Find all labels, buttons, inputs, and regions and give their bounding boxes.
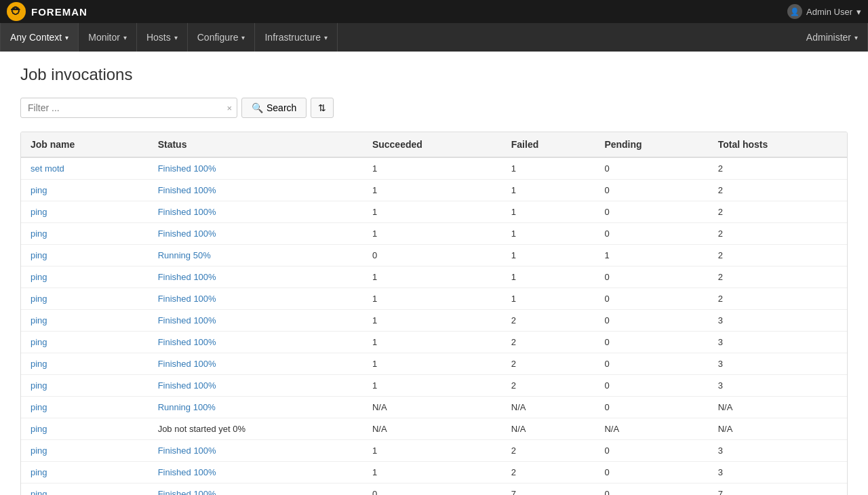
job-name-link[interactable]: ping <box>31 380 47 391</box>
total-hosts-value: 3 <box>709 462 847 483</box>
succeeded-value: 0 <box>363 245 502 266</box>
status-link[interactable]: Finished 100% <box>158 446 216 456</box>
nav-hosts-caret: ▾ <box>174 34 178 41</box>
nav-infrastructure[interactable]: Infrastructure ▾ <box>255 23 337 52</box>
status-link[interactable]: Finished 100% <box>158 380 216 391</box>
job-name-link[interactable]: ping <box>31 337 47 347</box>
total-hosts-value: 7 <box>709 483 847 496</box>
status-link[interactable]: Running 50% <box>158 250 211 260</box>
page-title: Job invocations <box>20 65 848 84</box>
filter-dropdown-button[interactable]: ⇅ <box>311 98 334 118</box>
nav-monitor-label: Monitor <box>88 32 120 43</box>
failed-value: 2 <box>502 375 595 397</box>
status-link[interactable]: Finished 100% <box>158 207 216 217</box>
table-row: pingFinished 100%1102 <box>21 288 847 310</box>
job-name-link[interactable]: ping <box>31 402 47 412</box>
job-name-link[interactable]: ping <box>31 185 47 195</box>
status-link[interactable]: Running 100% <box>158 402 216 412</box>
job-name-link[interactable]: ping <box>31 250 47 260</box>
total-hosts-value: N/A <box>709 418 847 440</box>
succeeded-value: N/A <box>363 418 502 440</box>
nav-infrastructure-caret: ▾ <box>324 34 328 41</box>
nav-monitor[interactable]: Monitor ▾ <box>79 23 137 52</box>
pending-value: 0 <box>595 266 708 288</box>
table-row: set motdFinished 100%1102 <box>21 157 847 180</box>
col-failed: Failed <box>502 132 595 157</box>
succeeded-value: 1 <box>363 310 502 332</box>
total-hosts-value: 2 <box>709 245 847 266</box>
col-succeeded: Succeeded <box>363 132 502 157</box>
pending-value: 0 <box>595 440 708 462</box>
search-button[interactable]: 🔍 Search <box>241 98 307 118</box>
succeeded-value: 1 <box>363 332 502 353</box>
nav-configure[interactable]: Configure ▾ <box>188 23 256 52</box>
status-link[interactable]: Finished 100% <box>158 337 216 347</box>
job-name-link[interactable]: ping <box>31 424 47 434</box>
main-navbar: Any Context ▾ Monitor ▾ Hosts ▾ Configur… <box>0 23 868 52</box>
job-name-link[interactable]: ping <box>31 315 47 325</box>
total-hosts-value: 3 <box>709 375 847 397</box>
job-name-link[interactable]: ping <box>31 207 47 217</box>
status-link[interactable]: Finished 100% <box>158 185 216 195</box>
job-name-link[interactable]: ping <box>31 229 47 239</box>
pending-value: 0 <box>595 180 708 201</box>
succeeded-value: N/A <box>363 397 502 418</box>
status-link[interactable]: Finished 100% <box>158 294 216 304</box>
nav-configure-label: Configure <box>197 32 239 43</box>
admin-caret: ▾ <box>856 7 861 17</box>
status-link[interactable]: Finished 100% <box>158 467 216 477</box>
job-name-link[interactable]: ping <box>31 489 47 495</box>
total-hosts-value: 2 <box>709 288 847 310</box>
nav-administer-caret: ▾ <box>854 34 858 41</box>
status-link[interactable]: Finished 100% <box>158 359 216 369</box>
nav-configure-caret: ▾ <box>241 34 245 41</box>
filter-dropdown-icon: ⇅ <box>318 102 326 113</box>
pending-value: 0 <box>595 483 708 496</box>
pending-value: 1 <box>595 245 708 266</box>
job-name-link[interactable]: set motd <box>31 163 64 174</box>
pending-value: 0 <box>595 353 708 375</box>
nav-administer[interactable]: Administer ▾ <box>797 23 868 52</box>
table-row: pingRunning 50%0112 <box>21 245 847 266</box>
failed-value: 2 <box>502 332 595 353</box>
total-hosts-value: 2 <box>709 266 847 288</box>
job-name-link[interactable]: ping <box>31 294 47 304</box>
succeeded-value: 1 <box>363 440 502 462</box>
failed-value: 1 <box>502 157 595 180</box>
total-hosts-value: 3 <box>709 440 847 462</box>
succeeded-value: 0 <box>363 483 502 496</box>
top-right: 👤 Admin User ▾ <box>787 4 861 19</box>
table-row: pingFinished 100%1102 <box>21 201 847 223</box>
col-pending: Pending <box>595 132 708 157</box>
pending-value: 0 <box>595 157 708 180</box>
failed-value: 2 <box>502 440 595 462</box>
job-name-link[interactable]: ping <box>31 272 47 282</box>
status-link[interactable]: Finished 100% <box>158 315 216 325</box>
failed-value: 2 <box>502 353 595 375</box>
admin-user-label[interactable]: Admin User <box>806 7 852 17</box>
job-name-link[interactable]: ping <box>31 359 47 369</box>
table-row: pingFinished 100%1102 <box>21 223 847 245</box>
nav-hosts[interactable]: Hosts ▾ <box>137 23 188 52</box>
pending-value: 0 <box>595 201 708 223</box>
total-hosts-value: 2 <box>709 180 847 201</box>
status-link[interactable]: Finished 100% <box>158 163 216 174</box>
nav-any-context[interactable]: Any Context ▾ <box>0 23 79 52</box>
filter-input[interactable] <box>20 98 237 118</box>
status-link[interactable]: Finished 100% <box>158 272 216 282</box>
table-row: pingFinished 100%1203 <box>21 353 847 375</box>
filter-clear-button[interactable]: × <box>226 103 232 113</box>
table-header-row: Job name Status Succeeded Failed Pending… <box>21 132 847 157</box>
table-row: pingFinished 100%1203 <box>21 440 847 462</box>
status-link[interactable]: Finished 100% <box>158 489 216 495</box>
job-name-link[interactable]: ping <box>31 446 47 456</box>
job-name-link[interactable]: ping <box>31 467 47 477</box>
table-row: pingFinished 100%1203 <box>21 375 847 397</box>
succeeded-value: 1 <box>363 375 502 397</box>
search-icon: 🔍 <box>252 102 263 113</box>
table-row: pingJob not started yet 0%N/AN/AN/AN/A <box>21 418 847 440</box>
status-link[interactable]: Finished 100% <box>158 229 216 239</box>
failed-value: 1 <box>502 245 595 266</box>
pending-value: 0 <box>595 462 708 483</box>
table-row: pingFinished 100%1102 <box>21 180 847 201</box>
